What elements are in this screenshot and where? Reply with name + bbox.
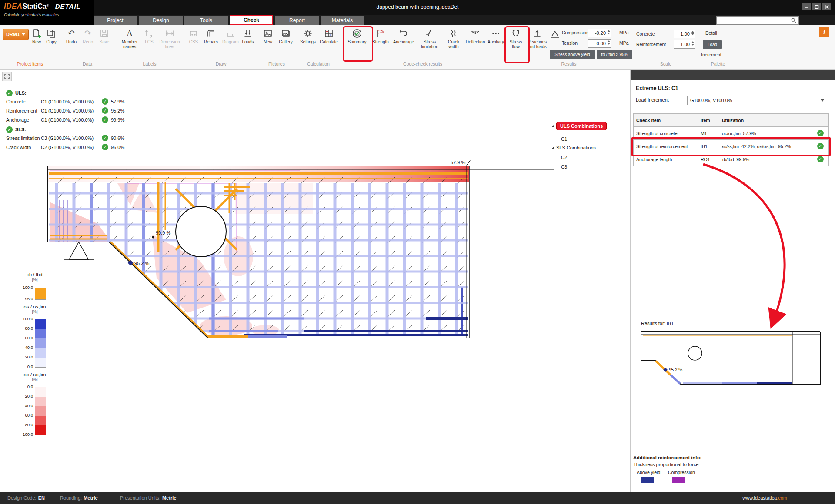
additional-info-subtitle: Thickness proportional to force	[633, 462, 698, 467]
tree-item-c3[interactable]: C3	[561, 164, 567, 169]
chevron-down-icon	[821, 99, 824, 102]
spinner-arrows[interactable]	[608, 40, 610, 45]
summary-row-concrete: Concrete C1 (G100.0%, V100.0%) 57.9%	[6, 97, 150, 106]
expander-icon[interactable]	[551, 146, 554, 149]
stress-limitation-button[interactable]: Stress limitation	[417, 28, 443, 49]
strength-button[interactable]: Strength	[371, 28, 391, 44]
spinner-arrows[interactable]	[691, 31, 694, 35]
auxiliary-button[interactable]: Auxiliary	[487, 28, 504, 44]
concrete-scale-input[interactable]: 1.00	[674, 30, 695, 38]
additional-info-title: Additional reinforcement info:	[633, 455, 701, 460]
group-separator	[60, 26, 60, 68]
check-passed-icon	[102, 116, 108, 123]
group-label-calculation: Calculation	[297, 61, 339, 67]
expander-icon[interactable]	[551, 125, 554, 127]
tree-uls-combinations[interactable]: ULS Combinations	[551, 122, 607, 130]
calculate-icon	[324, 28, 334, 39]
legend-bond: τb / fbd [%] 100.0 95.0	[12, 272, 57, 282]
status-bar: Design Code:EN Rounding:Metric Presentat…	[0, 492, 835, 504]
lcs-button[interactable]: LCS	[142, 28, 157, 44]
summary-button[interactable]: Summary	[345, 28, 369, 44]
gallery-button[interactable]: Gallery	[277, 28, 295, 44]
copy-icon	[46, 28, 57, 39]
anchorage-button[interactable]: Anchorage	[391, 28, 416, 44]
group-separator	[115, 26, 115, 68]
tension-value-input[interactable]: 0.00	[588, 39, 611, 48]
tab-materials[interactable]: Materials	[321, 16, 364, 25]
group-label-draw: Draw	[188, 61, 254, 67]
more-dots-icon	[491, 28, 501, 39]
load-increment-dropdown[interactable]: G100.0%, V100.0%	[687, 96, 827, 105]
tab-project[interactable]: Project	[94, 16, 137, 25]
member-names-button[interactable]: A Member names	[118, 28, 141, 49]
settings-button[interactable]: Settings	[298, 28, 317, 44]
presentation-units-status: Presentation Units:Metric	[120, 495, 176, 501]
reinforcement-scale-input[interactable]: 1.00	[674, 40, 695, 49]
maximize-icon	[815, 5, 819, 9]
minimize-button[interactable]	[802, 3, 811, 10]
rebar-icon	[206, 28, 216, 39]
save-button[interactable]: Save	[97, 28, 112, 44]
css-button[interactable]: CSS	[186, 28, 201, 44]
anchorage-hook-icon	[398, 28, 409, 39]
website-link[interactable]: www.ideastatica.com	[742, 495, 787, 501]
dimension-lines-button[interactable]: Dimension lines	[157, 28, 183, 49]
group-separator	[341, 26, 341, 68]
tb-fbd-toggle[interactable]: τb / fbd > 95%	[597, 50, 632, 59]
deflection-button[interactable]: Deflection	[464, 28, 486, 44]
stress-limit-icon	[424, 28, 435, 39]
spinner-arrows[interactable]	[691, 41, 694, 46]
calculate-button[interactable]: Calculate	[318, 28, 339, 44]
beam-opening-circle	[176, 206, 226, 257]
search-icon	[791, 17, 797, 23]
tree-sls-combinations[interactable]: SLS Combinations	[551, 145, 596, 150]
new-picture-button[interactable]: New	[260, 28, 276, 44]
tab-check[interactable]: Check	[230, 15, 273, 25]
table-row-reinforcement[interactable]: Strength of reinforcement IB1 εs/εs,lim:…	[634, 140, 828, 153]
logo-idea: IDEA	[4, 2, 23, 10]
palette-increment-button[interactable]: Increment	[701, 52, 721, 57]
table-header-row: Check item Item Utilization	[634, 114, 828, 127]
beam-results-layer	[48, 166, 469, 338]
tab-design[interactable]: Design	[139, 16, 183, 25]
new-document-icon	[31, 28, 42, 39]
palette-detail-button[interactable]: Detail	[705, 30, 717, 36]
stress-above-yield-toggle[interactable]: Stress above yield	[550, 50, 595, 59]
close-button[interactable]	[822, 3, 831, 10]
maximize-button[interactable]	[812, 3, 821, 10]
tree-item-c2[interactable]: C2	[561, 155, 567, 160]
rebars-button[interactable]: Rebars	[202, 28, 220, 44]
chevron-down-icon	[22, 33, 25, 36]
compression-value-input[interactable]: -0.20	[588, 29, 611, 37]
reactions-loads-button[interactable]: Reactions and loads	[526, 28, 548, 49]
check-passed-icon	[6, 126, 13, 133]
redo-button[interactable]: ↷ Redo	[80, 28, 96, 44]
check-passed-icon	[817, 143, 824, 149]
table-row-concrete[interactable]: Strength of concrete M1 σc/σc,lim: 57.9%	[634, 127, 828, 140]
mini-opening-circle	[688, 346, 702, 360]
info-button[interactable]: i	[819, 27, 829, 37]
palette-load-button[interactable]: Load	[703, 40, 722, 49]
dimension-icon	[164, 28, 175, 39]
support-triangle	[64, 242, 94, 262]
crack-width-button[interactable]: Crack width	[444, 28, 464, 49]
compression-triangle-icon	[550, 29, 560, 40]
undo-button[interactable]: ↶ Undo	[63, 28, 79, 44]
new-project-item-button[interactable]: New	[30, 28, 43, 44]
tab-report[interactable]: Report	[275, 16, 319, 25]
drm1-selector[interactable]: DRM1	[3, 29, 29, 40]
table-row-anchorage[interactable]: Anchorage length RO1 τb/fbd: 99.9%	[634, 153, 828, 166]
loads-button[interactable]: Loads	[240, 28, 256, 44]
copy-button[interactable]: Copy	[44, 28, 58, 44]
stress-flow-button[interactable]: Stress flow	[507, 28, 525, 49]
spinner-arrows[interactable]	[608, 30, 610, 34]
group-separator	[296, 26, 296, 68]
tab-tools[interactable]: Tools	[184, 16, 228, 25]
compression-swatch	[672, 477, 685, 483]
design-code-status: Design Code:EN	[7, 495, 45, 501]
compression-label: Compression	[668, 470, 695, 475]
search-input[interactable]	[716, 16, 799, 25]
tree-item-c1[interactable]: C1	[561, 136, 567, 142]
diagram-button[interactable]: Diagram	[221, 28, 240, 44]
group-separator	[738, 26, 738, 68]
